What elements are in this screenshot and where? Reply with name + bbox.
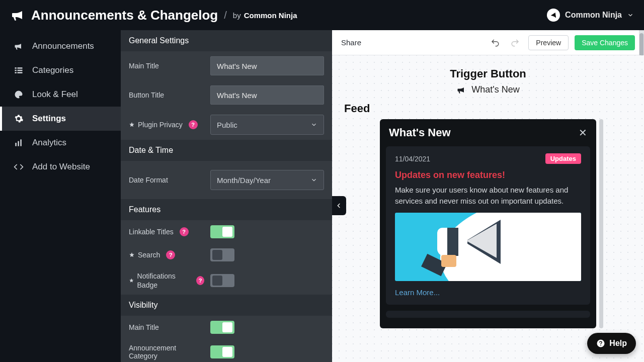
help-icon[interactable]: ? <box>180 227 189 236</box>
widget-scrollbar[interactable] <box>599 119 603 328</box>
chart-icon <box>13 138 24 148</box>
label-date-format: Date Format <box>129 176 204 184</box>
help-icon[interactable]: ? <box>189 120 198 129</box>
label-search: Search ? <box>129 250 204 259</box>
widget-title: What's New <box>389 126 451 139</box>
megaphone-icon <box>10 7 26 23</box>
user-label: Common Ninja <box>565 11 622 20</box>
sidebar-item-categories[interactable]: Categories <box>0 58 121 82</box>
card-tag: Updates <box>545 153 581 164</box>
section-general: General Settings <box>121 30 332 51</box>
sidebar-item-analytics[interactable]: Analytics <box>0 131 121 155</box>
trigger-heading: Trigger Button <box>344 67 632 80</box>
brand-link[interactable]: Common Ninja <box>244 11 297 20</box>
preview-canvas: Trigger Button What's New Feed What's Ne… <box>332 55 644 362</box>
svg-rect-7 <box>18 141 19 146</box>
megaphone-icon <box>456 85 466 95</box>
ninja-icon <box>549 11 558 20</box>
separator: / <box>224 10 227 21</box>
svg-rect-6 <box>15 143 16 146</box>
announcement-card: 11/04/2021 Updates Updates on new featur… <box>386 146 590 305</box>
section-visibility: Visibility <box>121 295 332 316</box>
share-link[interactable]: Share <box>341 38 361 47</box>
preview-toolbar: Share Preview Save Changes <box>332 30 644 55</box>
vis-category-toggle[interactable] <box>210 345 234 358</box>
trigger-text: What's New <box>471 84 519 95</box>
redo-button[interactable] <box>508 36 522 50</box>
svg-rect-5 <box>18 72 23 73</box>
preview-button[interactable]: Preview <box>528 35 569 50</box>
top-bar: Announcements & Changelog / by Common Ni… <box>0 0 644 30</box>
preview-pane: Share Preview Save Changes Trigger Butto… <box>332 30 644 362</box>
sidebar-item-label: Settings <box>32 114 66 124</box>
close-icon[interactable]: ✕ <box>579 127 587 139</box>
help-icon[interactable]: ? <box>166 250 175 259</box>
settings-panel: General Settings Main Title Button Title… <box>121 30 332 362</box>
privacy-value: Public <box>217 121 237 129</box>
help-icon <box>596 339 605 348</box>
svg-rect-1 <box>18 67 23 69</box>
learn-more-link[interactable]: Learn More... <box>395 288 581 297</box>
svg-rect-0 <box>15 67 17 69</box>
card-image <box>395 213 581 281</box>
by-prefix: by <box>233 11 241 20</box>
sidebar-item-announcements[interactable]: Announcements <box>0 34 121 58</box>
card-body: Make sure your users know about new feat… <box>395 185 581 207</box>
privacy-select[interactable]: Public <box>210 115 324 135</box>
star-icon <box>129 278 134 284</box>
avatar <box>547 9 560 22</box>
card-title: Updates on new features! <box>395 170 581 180</box>
sidebar-item-label: Add to Website <box>32 162 90 172</box>
label-notifications-badge: Notifications Badge ? <box>129 272 204 290</box>
svg-rect-8 <box>20 139 22 146</box>
card-date: 11/04/2021 <box>395 155 430 163</box>
chevron-down-icon <box>310 176 317 184</box>
label-vis-category: Announcement Category <box>129 344 204 360</box>
save-changes-button[interactable]: Save Changes <box>575 35 635 50</box>
palette-icon <box>13 89 24 100</box>
linkable-titles-toggle[interactable] <box>210 225 234 238</box>
main-title-input[interactable] <box>210 56 324 75</box>
sidebar-item-label: Analytics <box>32 138 66 148</box>
vis-main-title-toggle[interactable] <box>210 321 234 334</box>
label-linkable-titles: Linkable Titles ? <box>129 227 204 236</box>
sidebar-item-settings[interactable]: Settings <box>0 107 121 131</box>
help-icon[interactable]: ? <box>196 276 204 285</box>
list-icon <box>13 65 24 75</box>
trigger-button-preview[interactable]: What's New <box>344 84 632 95</box>
sidebar: Announcements Categories Look & Feel Set… <box>0 30 121 362</box>
sidebar-item-label: Look & Feel <box>32 89 78 100</box>
app-logo: Announcements & Changelog <box>10 7 218 23</box>
caret-down-icon <box>310 121 317 128</box>
button-title-input[interactable] <box>210 85 324 105</box>
date-format-select[interactable]: Month/Day/Year <box>210 170 324 190</box>
code-icon <box>13 162 24 172</box>
svg-rect-3 <box>18 70 23 71</box>
feed-widget: What's New ✕ 11/04/2021 Updates Updates … <box>380 119 596 328</box>
label-vis-main-title: Main Title <box>129 323 204 331</box>
chevron-down-icon <box>627 12 634 19</box>
app-title: Announcements & Changelog <box>31 8 218 23</box>
sidebar-item-look-feel[interactable]: Look & Feel <box>0 82 121 107</box>
notifications-badge-toggle[interactable] <box>210 274 234 287</box>
feed-heading: Feed <box>344 102 632 115</box>
date-format-value: Month/Day/Year <box>217 176 271 185</box>
label-plugin-privacy: Plugin Privacy ? <box>129 120 204 129</box>
sidebar-item-add-website[interactable]: Add to Website <box>0 155 121 179</box>
svg-rect-2 <box>15 70 17 71</box>
help-label: Help <box>609 339 627 348</box>
megaphone-icon <box>13 41 24 51</box>
help-button[interactable]: Help <box>587 333 636 354</box>
star-icon <box>129 122 135 128</box>
user-menu[interactable]: Common Ninja <box>547 9 634 22</box>
section-datetime: Date & Time <box>121 140 332 161</box>
section-features: Features <box>121 199 332 220</box>
search-toggle[interactable] <box>210 248 234 261</box>
gear-icon <box>13 114 24 124</box>
label-button-title: Button Title <box>129 91 204 99</box>
undo-button[interactable] <box>488 36 502 50</box>
collapse-panel-button[interactable] <box>332 196 346 215</box>
star-icon <box>129 252 135 258</box>
sidebar-item-label: Announcements <box>32 41 94 51</box>
sidebar-item-label: Categories <box>32 65 73 75</box>
